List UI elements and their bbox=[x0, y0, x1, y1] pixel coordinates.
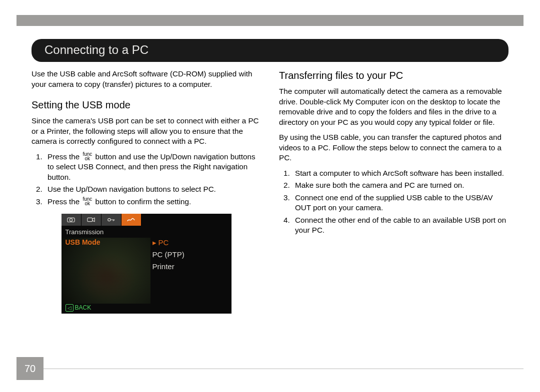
svg-point-1 bbox=[70, 219, 72, 221]
step3-part-a: Press the bbox=[48, 197, 82, 206]
footer-rule bbox=[44, 369, 524, 369]
list-item: Use the Up/Down navigation buttons to se… bbox=[44, 184, 261, 195]
heading-transferring: Transferring files to your PC bbox=[279, 69, 508, 82]
left-column: Use the USB cable and ArcSoft software (… bbox=[32, 69, 261, 314]
camera-lcd: Transmission USB Mode PC PC (PTP) Printe… bbox=[62, 214, 232, 314]
list-item: Start a computer to which ArcSoft softwa… bbox=[292, 168, 508, 179]
lcd-tab-connection-icon bbox=[122, 214, 142, 226]
list-item: Connect the other end of the cable to an… bbox=[292, 215, 508, 236]
lcd-option: Printer bbox=[152, 261, 184, 273]
svg-point-3 bbox=[108, 218, 110, 221]
transfer-paragraph-2: By using the USB cable, you can transfer… bbox=[279, 132, 508, 163]
transfer-steps: Start a computer to which ArcSoft softwa… bbox=[279, 168, 508, 236]
list-item: Connect one end of the supplied USB cabl… bbox=[292, 193, 508, 213]
func-ok-icon: funcok bbox=[82, 152, 93, 161]
heading-usb-mode: Setting the USB mode bbox=[32, 98, 261, 112]
step1-part-a: Press the bbox=[48, 152, 82, 161]
lcd-tab-video-icon bbox=[82, 214, 102, 226]
lcd-option-selected: PC bbox=[152, 237, 184, 249]
list-item: Press the funcok button to confirm the s… bbox=[44, 197, 261, 207]
intro-paragraph: Use the USB cable and ArcSoft software (… bbox=[32, 69, 261, 89]
list-item: Make sure both the camera and PC are tur… bbox=[292, 180, 508, 191]
lcd-tab-row bbox=[62, 214, 232, 226]
lcd-tab-key-icon bbox=[102, 214, 122, 226]
lcd-tab-camera-icon bbox=[62, 214, 82, 226]
top-gray-bar bbox=[16, 15, 524, 26]
usb-mode-steps: Press the funcok button and use the Up/D… bbox=[32, 152, 261, 207]
usb-mode-paragraph: Since the camera's USB port can be set t… bbox=[32, 116, 261, 147]
page-content: Connecting to a PC Use the USB cable and… bbox=[16, 26, 524, 392]
lcd-background-photo bbox=[62, 238, 150, 304]
page-number: 70 bbox=[16, 357, 44, 380]
lcd-options-list: PC PC (PTP) Printer bbox=[152, 237, 184, 273]
svg-rect-2 bbox=[88, 218, 92, 222]
right-column: Transferring files to your PC The comput… bbox=[279, 69, 508, 314]
transfer-paragraph-1: The computer will automatically detect t… bbox=[279, 86, 508, 127]
step3-part-b: button to confirm the setting. bbox=[93, 197, 191, 206]
lcd-back-label: ◁BACK bbox=[66, 304, 92, 312]
lcd-back-key-icon: ◁ bbox=[66, 304, 74, 312]
lcd-option: PC (PTP) bbox=[152, 249, 184, 261]
list-item: Press the funcok button and use the Up/D… bbox=[44, 152, 261, 183]
func-ok-icon: funcok bbox=[82, 197, 93, 206]
camera-lcd-screenshot: Transmission USB Mode PC PC (PTP) Printe… bbox=[32, 214, 261, 314]
lcd-section-label: Transmission bbox=[66, 228, 104, 237]
page-title: Connecting to a PC bbox=[32, 39, 508, 62]
lcd-menu-label: USB Mode bbox=[66, 238, 100, 247]
two-column-layout: Use the USB cable and ArcSoft software (… bbox=[32, 69, 508, 314]
